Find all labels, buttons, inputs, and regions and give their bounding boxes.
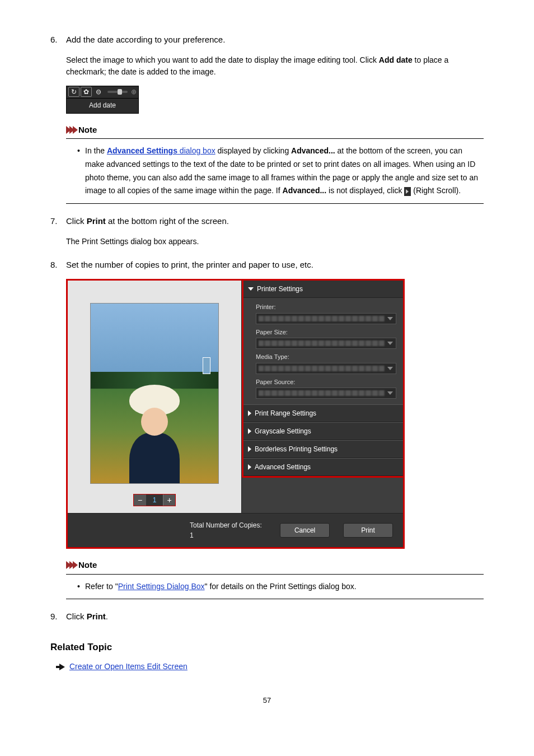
step9-title-b: . (106, 612, 108, 621)
note-block-1: Note In the Advanced Settings dialog box… (66, 124, 484, 204)
step6-desc-a: Select the image to which you want to ad… (66, 55, 379, 64)
media-type-select[interactable] (256, 363, 396, 374)
add-date-label[interactable]: Add date (67, 99, 138, 113)
related-link-row: Create or Open Items Edit Screen (56, 661, 484, 673)
widget-toolbar: ↻ ✿ ⊖ ⊕ (67, 86, 138, 99)
crop-icon[interactable]: ✿ (81, 87, 92, 97)
minus-icon[interactable]: ⊖ (93, 87, 104, 97)
zoom-slider[interactable] (107, 91, 128, 93)
add-date-bold: Add date (379, 55, 413, 64)
page-number: 57 (50, 695, 484, 706)
expand-right-icon (248, 410, 251, 416)
step-8: 8. Set the number of copies to print, th… (50, 259, 484, 600)
step-6: 6. Add the date according to your prefer… (50, 34, 484, 204)
step7-title-bold: Print (87, 216, 106, 226)
step7-title-a: Click (66, 216, 87, 226)
cancel-button[interactable]: Cancel (280, 523, 330, 538)
note2-heading: Note (66, 559, 484, 572)
printer-settings-header[interactable]: Printer Settings (243, 281, 403, 298)
step7-number: 7. (50, 215, 66, 228)
dialog-footer: Total Number of Copies: 1 Cancel Print (68, 513, 403, 547)
rotate-icon[interactable]: ↻ (68, 87, 79, 97)
note1-mid: displayed by clicking (216, 146, 291, 155)
create-open-items-link[interactable]: Create or Open Items Edit Screen (69, 661, 188, 673)
plus-icon[interactable]: ⊕ (131, 87, 137, 97)
note2-suffix: " for details on the Print Settings dial… (205, 582, 357, 591)
printer-select[interactable] (256, 313, 396, 324)
note1-after2: is not displayed, click (326, 186, 404, 195)
note1-body: In the Advanced Settings dialog box disp… (66, 138, 484, 204)
note-chevron-icon (66, 126, 76, 134)
preview-image (90, 303, 219, 484)
step6-body: Select the image to which you want to ad… (66, 54, 484, 204)
add-date-widget: ↻ ✿ ⊖ ⊕ Add date (66, 86, 139, 114)
expand-right-icon (248, 428, 251, 434)
note2-item: Refer to "Print Settings Dialog Box" for… (85, 580, 484, 594)
grayscale-label: Grayscale Settings (255, 426, 311, 436)
step8-heading: 8. Set the number of copies to print, th… (50, 259, 484, 272)
step6-title: Add the date according to your preferenc… (66, 34, 225, 46)
note1-heading-text: Note (78, 124, 97, 137)
settings-panel: Printer Settings Printer: Paper Size: Me… (241, 281, 403, 513)
advanced-settings-header[interactable]: Advanced Settings (243, 458, 403, 476)
printer-label: Printer: (256, 302, 396, 312)
step7-heading: 7. Click Print at the bottom right of th… (50, 215, 484, 228)
step8-body: − 1 + Printer Settings Printer: (66, 279, 484, 599)
paper-source-select[interactable] (256, 388, 396, 399)
paper-source-label: Paper Source: (256, 377, 396, 387)
note1-item: In the Advanced Settings dialog box disp… (85, 144, 484, 198)
advanced-label: Advanced Settings (255, 462, 311, 472)
step9-heading: 9. Click Print. (50, 610, 484, 623)
step9-title: Click Print. (66, 610, 108, 623)
print-settings-dialog-link[interactable]: Print Settings Dialog Box (118, 582, 205, 591)
printer-settings-body: Printer: Paper Size: Media Type: Paper S… (243, 298, 403, 404)
expand-right-icon (248, 446, 251, 452)
step6-number: 6. (50, 34, 66, 46)
step-7: 7. Click Print at the bottom right of th… (50, 215, 484, 248)
note1-heading: Note (66, 124, 484, 137)
arrow-icon (56, 664, 65, 670)
step8-title: Set the number of copies to print, the p… (66, 259, 313, 272)
copies-plus-button[interactable]: + (163, 494, 175, 506)
step8-number: 8. (50, 259, 66, 272)
note2-prefix: Refer to " (85, 582, 118, 591)
borderless-label: Borderless Printing Settings (255, 444, 338, 454)
borderless-header[interactable]: Borderless Printing Settings (243, 440, 403, 458)
printer-settings-label: Printer Settings (257, 284, 303, 294)
total-copies-label: Total Number of Copies: 1 (190, 520, 266, 540)
copies-count: 1 (146, 494, 163, 506)
note1-link-suffix: dialog box (177, 146, 216, 155)
step9-title-a: Click (66, 612, 87, 621)
note1-bold2: Advanced... (283, 186, 327, 195)
right-scroll-icon (404, 187, 411, 196)
step7-desc: The Print Settings dialog box appears. (66, 236, 484, 248)
advanced-settings-link[interactable]: Advanced Settings dialog box (107, 146, 216, 155)
note2-heading-text: Note (78, 559, 97, 572)
print-button[interactable]: Print (343, 523, 393, 538)
note-chevron-icon (66, 561, 76, 569)
step7-title-b: at the bottom right of the screen. (106, 216, 229, 226)
print-settings-dialog: − 1 + Printer Settings Printer: (66, 279, 405, 549)
expand-down-icon (248, 287, 254, 291)
expand-right-icon (248, 464, 251, 470)
step9-number: 9. (50, 610, 66, 623)
grayscale-header[interactable]: Grayscale Settings (243, 422, 403, 440)
copies-minus-button[interactable]: − (134, 494, 146, 506)
step7-title: Click Print at the bottom right of the s… (66, 215, 229, 228)
print-preview: − 1 + (68, 281, 241, 513)
step6-heading: 6. Add the date according to your prefer… (50, 34, 484, 46)
print-range-label: Print Range Settings (255, 408, 316, 418)
media-type-label: Media Type: (256, 352, 396, 362)
paper-size-select[interactable] (256, 338, 396, 349)
related-topic-heading: Related Topic (50, 640, 484, 655)
note1-tail: (Right Scroll). (411, 186, 461, 195)
step7-body: The Print Settings dialog box appears. (66, 236, 484, 248)
copies-pager: − 1 + (68, 489, 241, 513)
step9-title-bold: Print (87, 612, 106, 621)
print-range-header[interactable]: Print Range Settings (243, 404, 403, 422)
step6-desc: Select the image to which you want to ad… (66, 54, 484, 78)
note1-bold1: Advanced... (291, 146, 335, 155)
note2-body: Refer to "Print Settings Dialog Box" for… (66, 574, 484, 600)
note-block-2: Note Refer to "Print Settings Dialog Box… (66, 559, 484, 599)
note1-link-bold: Advanced Settings (107, 146, 177, 155)
